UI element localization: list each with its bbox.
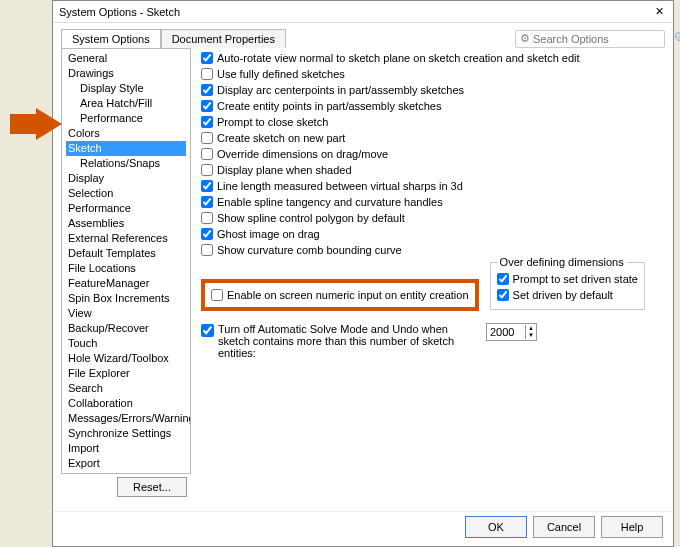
close-icon[interactable]: ✕ xyxy=(651,5,667,18)
option-label: Override dimensions on drag/move xyxy=(217,148,388,160)
over-defining-legend: Over defining dimensions xyxy=(497,256,627,268)
option-label: Create entity points in part/assembly sk… xyxy=(217,100,441,112)
search-icon: 🔍 xyxy=(674,32,680,45)
option-checkbox[interactable] xyxy=(201,148,213,160)
gear-icon: ⚙ xyxy=(520,32,530,45)
tree-item[interactable]: Assemblies xyxy=(66,216,186,231)
option-checkbox[interactable] xyxy=(201,228,213,240)
tree-item[interactable]: Display Style xyxy=(66,81,186,96)
option-checkbox[interactable] xyxy=(201,164,213,176)
window-title: System Options - Sketch xyxy=(59,6,651,18)
option-checkbox[interactable] xyxy=(201,212,213,224)
cancel-button[interactable]: Cancel xyxy=(533,516,595,538)
tree-item[interactable]: Synchronize Settings xyxy=(66,426,186,441)
option-checkbox[interactable] xyxy=(201,84,213,96)
option-label: Create sketch on new part xyxy=(217,132,345,144)
tree-item[interactable]: Backup/Recover xyxy=(66,321,186,336)
tree-item[interactable]: External References xyxy=(66,231,186,246)
option-checkbox[interactable] xyxy=(201,132,213,144)
pointer-arrow xyxy=(8,108,64,150)
option-label: Show spline control polygon by default xyxy=(217,212,405,224)
search-options-box[interactable]: ⚙ 🔍 xyxy=(515,30,665,48)
reset-button[interactable]: Reset... xyxy=(117,477,187,497)
option-checkbox[interactable] xyxy=(201,180,213,192)
over-defining-group: Over defining dimensions Prompt to set d… xyxy=(490,262,645,310)
option-row[interactable]: Use fully defined sketches xyxy=(201,66,659,81)
spinner-up-icon[interactable]: ▲ xyxy=(526,325,536,332)
option-row[interactable]: Ghost image on drag xyxy=(201,226,659,241)
option-row[interactable]: Auto-rotate view normal to sketch plane … xyxy=(201,50,659,65)
option-checkbox[interactable] xyxy=(201,100,213,112)
autosolve-spinner[interactable]: ▲ ▼ xyxy=(486,323,537,341)
svg-marker-0 xyxy=(10,108,62,140)
option-label: Show curvature comb bounding curve xyxy=(217,244,402,256)
tree-item[interactable]: Display xyxy=(66,171,186,186)
titlebar: System Options - Sketch ✕ xyxy=(53,1,673,23)
checkbox-prompt-driven[interactable] xyxy=(497,273,509,285)
tab-document-properties[interactable]: Document Properties xyxy=(161,29,286,48)
tabs-row: System Options Document Properties ⚙ 🔍 xyxy=(53,23,673,48)
tree-item[interactable]: FeatureManager xyxy=(66,276,186,291)
checkbox-enable-numeric-input[interactable] xyxy=(211,289,223,301)
tree-item[interactable]: General xyxy=(66,51,186,66)
tree-item[interactable]: Selection xyxy=(66,186,186,201)
tree-item[interactable]: Search xyxy=(66,381,186,396)
tree-item[interactable]: Drawings xyxy=(66,66,186,81)
option-row[interactable]: Show spline control polygon by default xyxy=(201,210,659,225)
tree-item[interactable]: Performance xyxy=(66,201,186,216)
opt-enable-numeric-input[interactable]: Enable on screen numeric input on entity… xyxy=(211,287,469,302)
tree-item[interactable]: Collaboration xyxy=(66,396,186,411)
tree-item[interactable]: Import xyxy=(66,441,186,456)
option-row[interactable]: Display plane when shaded xyxy=(201,162,659,177)
option-row[interactable]: Prompt to close sketch xyxy=(201,114,659,129)
tree-item[interactable]: Area Hatch/Fill xyxy=(66,96,186,111)
option-checkbox[interactable] xyxy=(201,244,213,256)
tree-item[interactable]: File Locations xyxy=(66,261,186,276)
option-row[interactable]: Display arc centerpoints in part/assembl… xyxy=(201,82,659,97)
checkbox-set-driven[interactable] xyxy=(497,289,509,301)
tree-item[interactable]: Colors xyxy=(66,126,186,141)
tree-item[interactable]: Default Templates xyxy=(66,246,186,261)
opt-set-driven[interactable]: Set driven by default xyxy=(497,287,638,302)
spinner-down-icon[interactable]: ▼ xyxy=(526,332,536,339)
opt-autosolve[interactable]: Turn off Automatic Solve Mode and Undo w… xyxy=(201,323,659,359)
option-row[interactable]: Override dimensions on drag/move xyxy=(201,146,659,161)
tree-item[interactable]: Spin Box Increments xyxy=(66,291,186,306)
highlighted-option-box: Enable on screen numeric input on entity… xyxy=(201,279,479,311)
checkbox-autosolve[interactable] xyxy=(201,324,214,337)
option-label: Line length measured between virtual sha… xyxy=(217,180,463,192)
search-input[interactable] xyxy=(530,33,674,45)
option-checkbox[interactable] xyxy=(201,116,213,128)
tree-item[interactable]: Messages/Errors/Warnings xyxy=(66,411,186,426)
option-checkbox[interactable] xyxy=(201,52,213,64)
opt-prompt-driven[interactable]: Prompt to set driven state xyxy=(497,271,638,286)
help-button[interactable]: Help xyxy=(601,516,663,538)
option-checkbox[interactable] xyxy=(201,196,213,208)
option-checkbox[interactable] xyxy=(201,68,213,80)
tree-item[interactable]: File Explorer xyxy=(66,366,186,381)
system-options-dialog: System Options - Sketch ✕ System Options… xyxy=(52,0,674,547)
tree-item[interactable]: Touch xyxy=(66,336,186,351)
tree-item[interactable]: Performance xyxy=(66,111,186,126)
ok-button[interactable]: OK xyxy=(465,516,527,538)
tab-system-options[interactable]: System Options xyxy=(61,29,161,48)
label-enable-numeric-input: Enable on screen numeric input on entity… xyxy=(227,289,469,301)
option-row[interactable]: Show curvature comb bounding curve xyxy=(201,242,659,257)
dialog-footer: OK Cancel Help xyxy=(53,511,673,546)
option-row[interactable]: Create sketch on new part xyxy=(201,130,659,145)
tree-item[interactable]: View xyxy=(66,306,186,321)
option-label: Ghost image on drag xyxy=(217,228,320,240)
tree-item[interactable]: Sketch xyxy=(66,141,186,156)
option-row[interactable]: Line length measured between virtual sha… xyxy=(201,178,659,193)
autosolve-value[interactable] xyxy=(487,326,525,338)
tree-item[interactable]: Export xyxy=(66,456,186,471)
option-row[interactable]: Create entity points in part/assembly sk… xyxy=(201,98,659,113)
tree-item[interactable]: Hole Wizard/Toolbox xyxy=(66,351,186,366)
tree-item[interactable]: Relations/Snaps xyxy=(66,156,186,171)
reset-bar: Reset... xyxy=(61,474,195,503)
option-label: Prompt to close sketch xyxy=(217,116,328,128)
label-prompt-driven: Prompt to set driven state xyxy=(513,273,638,285)
category-tree[interactable]: GeneralDrawingsDisplay StyleArea Hatch/F… xyxy=(61,48,191,474)
label-set-driven: Set driven by default xyxy=(513,289,613,301)
option-row[interactable]: Enable spline tangency and curvature han… xyxy=(201,194,659,209)
